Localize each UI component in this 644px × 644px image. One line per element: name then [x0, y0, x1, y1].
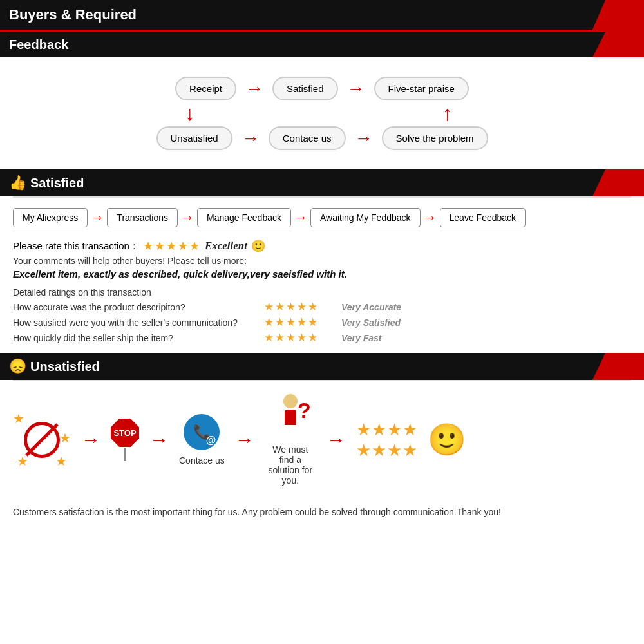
detail-row-3: How quickly did the seller ship the item… [13, 331, 631, 345]
detail-stars-3: ★★★★★ [264, 331, 335, 345]
nav-box-awaiting: Awaiting My Feddback [310, 208, 421, 227]
big-stars-grid: ★ ★ ★ ★ ★ ★ ★ ★ [356, 420, 417, 460]
star-right: ★ [59, 430, 71, 446]
unsatisfied-header: 😞 Unsatisfied [0, 353, 644, 380]
arrow-down: ↓ [185, 103, 195, 124]
contact-label: Contace us [179, 455, 225, 466]
big-star-2: ★ [372, 420, 386, 440]
excellent-label: Excellent [205, 240, 247, 252]
arrow-right-3: → [242, 129, 260, 147]
comments-prompt: Your comments will help other buyers! Pl… [13, 256, 631, 266]
thumbs-up-icon: 👍 [9, 175, 26, 191]
feedback-header: Feedback [0, 32, 644, 57]
satisfied-header: 👍 Satisfied [0, 169, 644, 196]
flow-box-unsatisfied: Unsatisfied [156, 126, 232, 150]
big-star-3: ★ [387, 420, 402, 440]
big-star-1: ★ [356, 420, 371, 440]
detail-row-1: How accurate was the product descripiton… [13, 300, 631, 314]
no-slash [25, 423, 59, 457]
satisfied-title: Satisfied [30, 176, 84, 191]
detail-label-1: Very Accurate [341, 302, 401, 312]
no-star-cluster: ★ ★ ★ ★ [13, 411, 71, 469]
person-body [285, 410, 296, 425]
flow-vertical-arrows: ↓ ↑ [142, 103, 502, 124]
flow-box-receipt: Receipt [175, 77, 236, 100]
buyers-required-header: Buyers & Required [0, 0, 644, 30]
nav-arrow-4: → [423, 209, 437, 226]
detail-row-2: How satisfied were you with the seller's… [13, 316, 631, 329]
nav-box-aliexpress: My Aliexpress [13, 208, 88, 227]
unsat-arrow-3: → [235, 429, 254, 451]
detail-question-3: How quickly did the seller ship the item… [13, 333, 258, 343]
person-head [283, 394, 298, 408]
flow-row-1: Receipt → Satisfied → Five-star praise [175, 77, 469, 100]
rate-prompt: Please rate this transaction： [13, 240, 139, 252]
happy-emoji: 🙂 [428, 422, 466, 458]
detail-stars-1: ★★★★★ [264, 300, 335, 314]
unsat-arrow-2: → [149, 429, 169, 451]
nav-arrow-3: → [294, 209, 308, 226]
flow-box-five-star: Five-star praise [374, 77, 469, 100]
unsat-flow: ★ ★ ★ ★ → STOP → 📞 @ Contace us → [13, 394, 631, 486]
flow-box-contact-us: Contace us [269, 126, 346, 150]
sad-face-icon: 😞 [9, 358, 26, 375]
detail-question-1: How accurate was the product descripiton… [13, 302, 258, 312]
big-star-8: ★ [402, 440, 417, 460]
star-bottom-right: ★ [55, 453, 67, 469]
question-mark: ? [298, 399, 311, 421]
big-star-4: ★ [402, 420, 417, 440]
big-star-6: ★ [372, 440, 386, 460]
solution-figure: ? [270, 394, 311, 439]
arrow-right-1: → [245, 80, 263, 98]
nav-box-transactions: Transactions [107, 208, 178, 227]
bottom-text: Customers satisfaction is the most impor… [13, 498, 631, 526]
unsat-arrow-1: → [81, 429, 100, 451]
big-star-7: ★ [387, 440, 402, 460]
flow-box-solve: Solve the problem [382, 126, 488, 150]
flow-box-satisfied: Satisfied [272, 77, 338, 100]
arrow-up: ↑ [442, 103, 453, 124]
rating-stars: ★★★★★ [143, 239, 201, 253]
star-top-left: ★ [13, 411, 24, 426]
nav-box-manage-feedback: Manage Feedback [197, 208, 291, 227]
stars-happy-wrap: ★ ★ ★ ★ ★ ★ ★ ★ [356, 420, 417, 460]
nav-box-leave-feedback: Leave Feedback [440, 208, 526, 227]
detailed-ratings: Detailed ratings on this transaction How… [13, 287, 631, 345]
satisfied-section: My Aliexpress → Transactions → Manage Fe… [0, 198, 644, 353]
big-star-5: ★ [356, 440, 371, 460]
feedback-flow-section: Receipt → Satisfied → Five-star praise ↓… [0, 57, 644, 169]
detail-title: Detailed ratings on this transaction [13, 287, 631, 298]
stop-pole [124, 448, 126, 461]
detail-label-2: Very Satisfied [341, 317, 401, 328]
flow-diagram: Receipt → Satisfied → Five-star praise ↓… [0, 70, 644, 156]
no-circle [24, 422, 60, 458]
arrow-right-2: → [347, 80, 365, 98]
unsatisfied-section: ★ ★ ★ ★ → STOP → 📞 @ Contace us → [0, 381, 644, 532]
nav-flow: My Aliexpress → Transactions → Manage Fe… [13, 208, 631, 227]
arrow-right-4: → [355, 129, 373, 147]
phone-circle: 📞 @ [184, 414, 220, 450]
nav-arrow-1: → [90, 209, 104, 226]
unsat-arrow-4: → [327, 429, 346, 451]
smiley-icon: 🙂 [251, 239, 265, 253]
solution-icon-wrap: ? We must find a solution for you. [265, 394, 316, 486]
buyers-required-title: Buyers & Required [9, 6, 137, 23]
contact-icon-wrap: 📞 @ Contace us [179, 414, 225, 466]
arrow-down-container: ↓ [148, 103, 232, 124]
rate-line: Please rate this transaction： ★★★★★ Exce… [13, 239, 631, 253]
feedback-title: Feedback [9, 37, 68, 52]
detail-question-2: How satisfied were you with the seller's… [13, 317, 258, 328]
solution-label: We must find a solution for you. [265, 444, 316, 486]
arrow-up-container: ↑ [399, 103, 496, 124]
at-symbol: @ [206, 435, 216, 446]
stop-octagon: STOP [111, 419, 139, 447]
comment-text: Excellent item, exactly as described, qu… [13, 269, 631, 279]
detail-label-3: Very Fast [341, 333, 382, 343]
flow-row-2: Unsatisfied → Contace us → Solve the pro… [156, 126, 488, 150]
stop-sign: STOP [111, 419, 139, 461]
nav-arrow-2: → [180, 209, 194, 226]
detail-stars-2: ★★★★★ [264, 316, 335, 329]
unsatisfied-title: Unsatisfied [30, 359, 100, 374]
